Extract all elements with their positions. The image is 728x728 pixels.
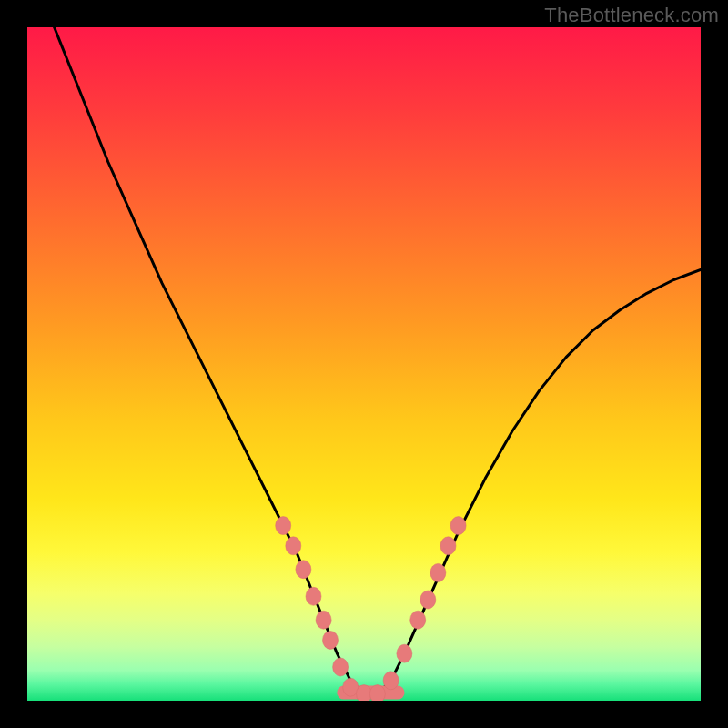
curve-marker <box>343 678 359 696</box>
curve-marker <box>440 537 456 555</box>
chart-frame: TheBottleneck.com <box>0 0 728 728</box>
curve-marker <box>276 517 291 535</box>
curve-marker <box>450 517 466 535</box>
watermark-text: TheBottleneck.com <box>544 4 719 27</box>
curve-marker <box>286 537 301 555</box>
curve-marker <box>333 658 349 676</box>
curve-marker <box>306 587 321 605</box>
curve-marker <box>383 672 399 690</box>
bottleneck-chart <box>27 27 701 701</box>
gradient-background <box>27 27 701 701</box>
curve-marker <box>410 611 426 629</box>
curve-marker <box>397 644 412 662</box>
curve-marker <box>357 685 372 701</box>
curve-marker <box>369 685 385 701</box>
curve-marker <box>316 611 331 629</box>
curve-marker <box>420 591 436 609</box>
curve-marker <box>296 561 311 579</box>
curve-marker <box>323 631 339 649</box>
curve-marker <box>430 563 446 581</box>
